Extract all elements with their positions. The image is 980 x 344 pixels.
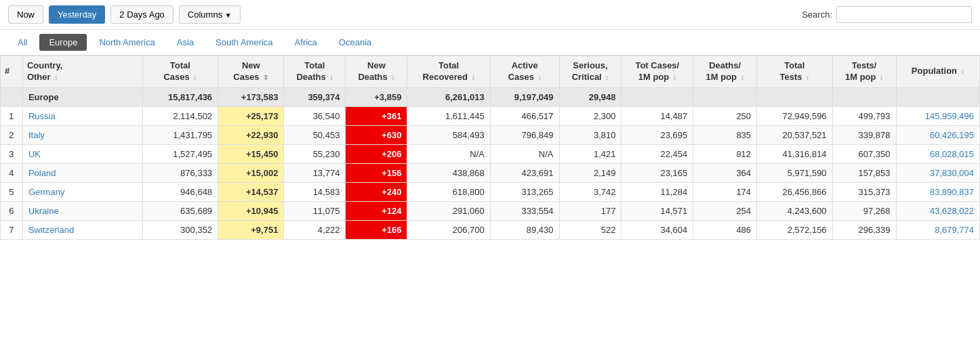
serious-cell: 3,742 [559, 182, 621, 201]
sort-icon-country: ↕ [54, 74, 58, 81]
country-link[interactable]: UK [28, 149, 41, 159]
population-link[interactable]: 60,426,195 [930, 130, 974, 140]
serious-cell: 2,149 [559, 163, 621, 182]
total-recovered-cell: N/A [407, 144, 490, 163]
row-num: 7 [1, 220, 23, 239]
deaths-1m-cell: 250 [693, 106, 757, 125]
tot-cases-1m-cell: 34,604 [621, 220, 693, 239]
tab-north-america[interactable]: North America [89, 34, 164, 51]
active-cases-cell: 466,517 [490, 106, 559, 125]
tab-all[interactable]: All [8, 34, 37, 51]
new-cases-cell: +9,751 [218, 220, 284, 239]
tot-cases-1m-cell: 14,487 [621, 106, 693, 125]
population-cell: 83,890,837 [896, 182, 979, 201]
col-deaths-1m[interactable]: Deaths/1M pop ↕ [693, 56, 757, 88]
col-serious-critical[interactable]: Serious,Critical ↕ [559, 56, 621, 88]
tab-asia[interactable]: Asia [167, 34, 203, 51]
table-row: 4 Poland 876,333 +15,002 13,774 +156 438… [1, 163, 980, 182]
country-cell: Russia [22, 106, 142, 125]
col-active-cases[interactable]: ActiveCases ↕ [490, 56, 559, 88]
total-deaths-cell: 55,230 [284, 144, 346, 163]
country-cell: UK [22, 144, 142, 163]
deaths-1m-cell: 835 [693, 125, 757, 144]
country-link[interactable]: Germany [28, 187, 64, 197]
population-link[interactable]: 37,830,004 [930, 168, 974, 178]
population-link[interactable]: 43,628,022 [930, 206, 974, 216]
country-link[interactable]: Russia [28, 111, 56, 121]
tab-oceania[interactable]: Oceania [329, 34, 381, 51]
table-row: 2 Italy 1,431,795 +22,930 50,453 +630 58… [1, 125, 980, 144]
tests-1m-cell: 296,339 [832, 220, 896, 239]
population-link[interactable]: 145,959,496 [925, 111, 974, 121]
col-total-cases[interactable]: TotalCases ↕ [142, 56, 218, 88]
table-row: 1 Russia 2,114,502 +25,173 36,540 +361 1… [1, 106, 980, 125]
col-tests-1m[interactable]: Tests/1M pop ↕ [832, 56, 896, 88]
row-num: 3 [1, 144, 23, 163]
col-total-deaths[interactable]: TotalDeaths ↕ [284, 56, 346, 88]
country-link[interactable]: Poland [28, 168, 56, 178]
population-link[interactable]: 68,028,015 [930, 149, 974, 159]
sort-icon-total-recovered: ↕ [472, 74, 475, 81]
chevron-down-icon: ▼ [225, 12, 232, 19]
row-num: 6 [1, 201, 23, 220]
population-cell: 60,426,195 [896, 125, 979, 144]
country-link[interactable]: Italy [28, 130, 45, 140]
tab-africa[interactable]: Africa [285, 34, 327, 51]
country-cell: Ukraine [22, 201, 142, 220]
now-button[interactable]: Now [8, 5, 43, 24]
population-cell: 8,679,774 [896, 220, 979, 239]
two-days-ago-button[interactable]: 2 Days Ago [110, 5, 173, 24]
total-deaths-cell: 13,774 [284, 163, 346, 182]
country-link[interactable]: Switzerland [28, 225, 74, 235]
new-cases-cell: +10,945 [218, 201, 284, 220]
table-row: 6 Ukraine 635,689 +10,945 11,075 +124 29… [1, 201, 980, 220]
sort-icon-total-deaths: ↕ [329, 74, 333, 81]
sort-icon-serious: ↕ [605, 74, 609, 81]
yesterday-button[interactable]: Yesterday [49, 5, 105, 24]
new-cases-cell: +14,537 [218, 182, 284, 201]
total-recovered-cell: 584,493 [407, 125, 490, 144]
total-deaths-cell: 11,075 [284, 201, 346, 220]
new-deaths-cell: +206 [346, 144, 407, 163]
row-num: 1 [1, 106, 23, 125]
sort-icon-population: ↕ [961, 68, 964, 75]
table-row: 7 Switzerland 300,352 +9,751 4,222 +166 … [1, 220, 980, 239]
tot-cases-1m-cell: 11,284 [621, 182, 693, 201]
table-wrap: # Country,Other ↕ TotalCases ↕ NewCases … [0, 56, 980, 240]
col-new-cases[interactable]: NewCases ⇕ [218, 56, 284, 88]
total-deaths-cell: 36,540 [284, 106, 346, 125]
serious-cell: 177 [559, 201, 621, 220]
europe-serious: 29,948 [559, 87, 621, 106]
col-total-recovered[interactable]: TotalRecovered ↕ [407, 56, 490, 88]
total-deaths-cell: 50,453 [284, 125, 346, 144]
tab-south-america[interactable]: South America [206, 34, 283, 51]
country-link[interactable]: Ukraine [28, 206, 59, 216]
population-link[interactable]: 8,679,774 [935, 225, 974, 235]
col-country[interactable]: Country,Other ↕ [22, 56, 142, 88]
tot-cases-1m-cell: 22,454 [621, 144, 693, 163]
country-cell: Italy [22, 125, 142, 144]
country-cell: Switzerland [22, 220, 142, 239]
col-population[interactable]: Population ↕ [896, 56, 979, 88]
europe-num [1, 87, 23, 106]
population-link[interactable]: 83,890,837 [930, 187, 974, 197]
col-tot-cases-1m[interactable]: Tot Cases/1M pop ↕ [621, 56, 693, 88]
europe-new-cases: +173,583 [218, 87, 284, 106]
new-deaths-cell: +166 [346, 220, 407, 239]
top-bar: Now Yesterday 2 Days Ago Columns ▼ Searc… [0, 0, 980, 30]
columns-dropdown[interactable]: Columns ▼ [179, 5, 241, 24]
col-new-deaths[interactable]: NewDeaths ↕ [346, 56, 407, 88]
sort-icon-deaths-1m: ↕ [741, 74, 744, 81]
europe-summary-row: Europe 15,817,436 +173,583 359,374 +3,85… [1, 87, 980, 106]
tab-europe[interactable]: Europe [39, 34, 87, 51]
new-cases-cell: +15,450 [218, 144, 284, 163]
total-cases-cell: 1,527,495 [142, 144, 218, 163]
total-recovered-cell: 206,700 [407, 220, 490, 239]
col-total-tests[interactable]: TotalTests ↕ [757, 56, 833, 88]
total-tests-cell: 26,456,866 [757, 182, 833, 201]
search-input[interactable] [836, 6, 972, 23]
data-table: # Country,Other ↕ TotalCases ↕ NewCases … [0, 56, 980, 240]
deaths-1m-cell: 254 [693, 201, 757, 220]
population-cell: 68,028,015 [896, 144, 979, 163]
region-tabs: All Europe North America Asia South Amer… [0, 30, 980, 56]
